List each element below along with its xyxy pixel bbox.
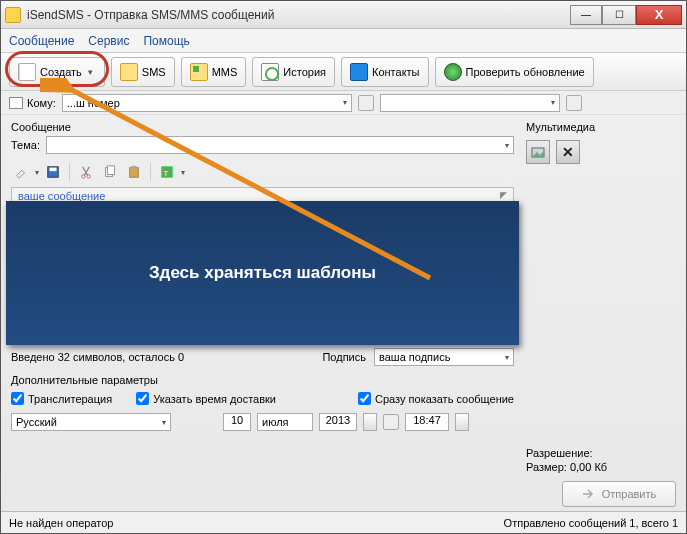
send-icon (582, 488, 596, 500)
language-combo[interactable]: Русский ▾ (11, 413, 171, 431)
show-immediately-checkbox[interactable]: Сразу показать сообщение (358, 392, 514, 405)
chevron-down-icon: ▾ (505, 353, 509, 362)
menu-help[interactable]: Помощь (143, 34, 189, 48)
delivery-time-checkbox[interactable]: Указать время доставки (136, 392, 276, 405)
chevron-down-icon: ▾ (505, 141, 513, 150)
main-toolbar: Создать ▾ SMS MMS История Контакты Прове… (1, 53, 686, 91)
translit-checkbox[interactable]: Транслитерация (11, 392, 112, 405)
aux-icon[interactable] (566, 95, 582, 111)
menu-service[interactable]: Сервис (88, 34, 129, 48)
mms-button[interactable]: MMS (181, 57, 247, 87)
globe-check-icon (444, 63, 462, 81)
add-media-button[interactable] (526, 140, 550, 164)
signature-combo[interactable]: ваша подпись ▾ (374, 348, 514, 366)
date-spinner[interactable] (363, 413, 377, 431)
chevron-down-icon: ▾ (162, 418, 166, 427)
titlebar: iSendSMS - Отправка SMS/MMS сообщений — … (1, 1, 686, 29)
month-combo[interactable]: июля (257, 413, 313, 431)
year-field[interactable]: 2013 (319, 413, 357, 431)
status-left: Не найден оператор (9, 517, 113, 529)
chevron-down-icon: ▾ (551, 98, 555, 107)
erase-button[interactable] (11, 162, 31, 182)
paste-button[interactable] (124, 162, 144, 182)
time-field[interactable]: 18:47 (405, 413, 449, 431)
copy-button[interactable] (100, 162, 120, 182)
to-label: Кому: (9, 97, 56, 109)
params-label: Дополнительные параметры (11, 374, 514, 386)
create-button[interactable]: Создать ▾ (9, 57, 105, 87)
day-field[interactable]: 10 (223, 413, 251, 431)
history-button[interactable]: История (252, 57, 335, 87)
contact-picker-icon[interactable] (358, 95, 374, 111)
subject-label: Тема: (11, 139, 40, 151)
save-button[interactable] (43, 162, 63, 182)
status-right: Отправлено сообщений 1, всего 1 (504, 517, 678, 529)
signature-label: Подпись (322, 351, 366, 363)
multimedia-label: Мультимедиа (526, 121, 676, 133)
mail-icon (9, 97, 23, 109)
edit-toolbar: ▾ T ▾ (11, 160, 514, 184)
char-counter: Введено 32 символов, осталось 0 (11, 351, 184, 363)
dropdown-arrow-icon[interactable]: ▾ (86, 67, 96, 77)
app-icon (5, 7, 21, 23)
menu-message[interactable]: Сообщение (9, 34, 74, 48)
document-icon (18, 63, 36, 81)
recipient-combo[interactable]: ...ш номер ▾ (62, 94, 352, 112)
calendar-icon[interactable] (383, 414, 399, 430)
svg-rect-8 (131, 166, 136, 169)
minimize-button[interactable]: — (570, 5, 602, 25)
remove-media-button[interactable]: ✕ (556, 140, 580, 164)
maximize-button[interactable]: ☐ (602, 5, 636, 25)
resolution-label: Разрешение: (526, 447, 676, 459)
statusbar: Не найден оператор Отправлено сообщений … (1, 511, 686, 533)
aux-combo[interactable]: ▾ (380, 94, 560, 112)
svg-rect-6 (107, 166, 114, 175)
svg-rect-7 (130, 168, 139, 178)
size-label: Размер: 0,00 Кб (526, 461, 676, 473)
recipient-bar: Кому: ...ш номер ▾ ▾ (1, 91, 686, 115)
history-icon (261, 63, 279, 81)
contacts-button[interactable]: Контакты (341, 57, 429, 87)
time-spinner[interactable] (455, 413, 469, 431)
svg-text:T: T (164, 169, 169, 178)
close-button[interactable]: X (636, 5, 682, 25)
mms-icon (190, 63, 208, 81)
window-title: iSendSMS - Отправка SMS/MMS сообщений (27, 8, 570, 22)
template-vars-button[interactable]: T (157, 162, 177, 182)
svg-rect-2 (50, 168, 57, 172)
sms-icon (120, 63, 138, 81)
cut-button[interactable] (76, 162, 96, 182)
subject-input[interactable]: ▾ (46, 136, 514, 154)
svg-point-4 (87, 175, 91, 179)
contacts-icon (350, 63, 368, 81)
message-section-label: Сообщение (11, 121, 514, 133)
message-body[interactable]: Здесь храняться шаблоны (11, 204, 514, 342)
menubar: Сообщение Сервис Помощь (1, 29, 686, 53)
annotation-tooltip: Здесь храняться шаблоны (6, 201, 519, 345)
svg-point-3 (82, 175, 86, 179)
send-button[interactable]: Отправить (562, 481, 676, 507)
check-update-button[interactable]: Проверить обновление (435, 57, 594, 87)
chevron-down-icon: ▾ (343, 98, 347, 107)
sms-button[interactable]: SMS (111, 57, 175, 87)
